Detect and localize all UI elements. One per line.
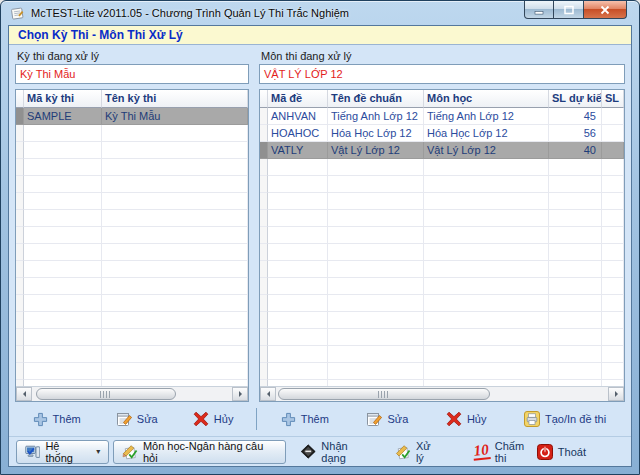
table-cell[interactable] [602,125,624,142]
column-header[interactable]: Tên đề chuẩn [328,90,424,108]
table-empty-row [16,176,248,193]
exam-value-field[interactable]: Kỳ Thi Mẫu [15,64,249,84]
create-print-exam-button[interactable]: Tạo/In đề thi [524,411,606,427]
recognize-button[interactable]: Nhận dạng [300,440,374,464]
subject-value-field[interactable]: VẬT LÝ LỚP 12 [259,64,625,84]
row-selector [16,227,24,244]
table-cell[interactable]: 56 [549,125,602,142]
system-menu-button[interactable]: Hệ thống ▾ [16,440,109,464]
table-cell [549,210,602,227]
table-cell[interactable]: 40 [549,142,602,159]
maximize-button[interactable] [554,1,583,19]
column-header[interactable]: SL [602,90,624,108]
table-cell [268,227,328,244]
table-cell [602,363,624,380]
table-row[interactable]: ANHVANTiếng Anh Lớp 12Tiếng Anh Lớp 1245 [260,108,624,125]
table-row[interactable]: SAMPLEKỳ Thi Mẫu [16,108,248,125]
table-cell[interactable] [602,142,624,159]
table-cell [102,346,248,363]
row-selector[interactable] [16,108,24,125]
table-cell [268,210,328,227]
app-icon [10,6,25,21]
table-cell [268,312,328,329]
table-cell [424,227,549,244]
table-empty-row [16,346,248,363]
delete-x-icon [446,411,462,427]
table-cell[interactable]: Vật Lý Lớp 12 [328,142,424,159]
row-selector[interactable] [260,108,268,125]
table-empty-row [260,159,624,176]
row-selector [260,295,268,312]
table-cell[interactable]: 45 [549,108,602,125]
table-cell[interactable]: Kỳ Thi Mẫu [102,108,248,125]
column-header[interactable]: Môn học [424,90,549,108]
table-cell[interactable] [602,108,624,125]
table-cell [24,210,102,227]
table-cell[interactable]: Tiếng Anh Lớp 12 [328,108,424,125]
subject-table-hscrollbar[interactable] [260,386,624,401]
table-row[interactable]: VATLYVật Lý Lớp 12Vật Lý Lớp 1240 [260,142,624,159]
table-cell[interactable]: VATLY [268,142,328,159]
table-row[interactable]: HOAHOCHóa Học Lớp 12Hóa Học Lớp 1256 [260,125,624,142]
table-cell[interactable]: ANHVAN [268,108,328,125]
table-cell [328,210,424,227]
table-cell [328,329,424,346]
row-selector [16,312,24,329]
scroll-left-button[interactable] [260,387,276,401]
subjects-question-bank-button[interactable]: Môn học-Ngân hàng câu hỏi [113,440,286,464]
exam-delete-button[interactable]: Hủy [193,411,234,427]
subject-delete-button[interactable]: Hủy [446,411,487,427]
edit-icon [366,411,382,427]
table-cell [424,363,549,380]
row-selector[interactable] [260,125,268,142]
exam-table-body: SAMPLEKỳ Thi Mẫu [16,108,248,386]
grade-exam-button[interactable]: 10 Chấm thi [473,440,537,464]
column-header[interactable]: Mã kỳ thi [24,90,102,108]
table-cell[interactable]: HOAHOC [268,125,328,142]
scroll-thumb[interactable] [278,388,490,400]
table-cell [602,193,624,210]
table-empty-row [260,210,624,227]
table-cell [602,278,624,295]
table-cell [549,329,602,346]
table-cell [102,312,248,329]
table-cell [549,295,602,312]
column-header[interactable]: Mã đề [268,90,328,108]
exam-edit-button[interactable]: Sửa [116,411,158,427]
process-button[interactable]: Xử lý [395,440,440,464]
scroll-left-button[interactable] [16,387,32,401]
column-header[interactable]: Tên kỳ thi [102,90,248,108]
table-cell[interactable]: Vật Lý Lớp 12 [424,142,549,159]
table-cell [102,125,248,142]
row-selector[interactable] [260,142,268,159]
title-bar[interactable]: McTEST-Lite v2011.05 - Chương Trình Quản… [1,1,639,25]
table-cell [424,346,549,363]
scroll-track[interactable] [276,387,608,401]
table-cell [102,261,248,278]
table-cell[interactable]: SAMPLE [24,108,102,125]
table-cell [424,210,549,227]
column-header[interactable]: SL dự kiến [549,90,602,108]
minimize-button[interactable] [524,1,554,19]
subject-edit-button[interactable]: Sửa [366,411,408,427]
exit-button[interactable]: Thoát [537,444,586,460]
table-cell[interactable]: Hóa Học Lớp 12 [424,125,549,142]
subject-add-button[interactable]: Thêm [281,412,329,427]
scroll-right-button[interactable] [232,387,248,401]
row-selector [260,346,268,363]
table-cell [268,159,328,176]
exam-table-hscrollbar[interactable] [16,386,248,401]
table-cell [602,312,624,329]
table-cell[interactable]: Hóa Học Lớp 12 [328,125,424,142]
row-selector [260,312,268,329]
scroll-track[interactable] [32,387,232,401]
table-cell[interactable]: Tiếng Anh Lớp 12 [424,108,549,125]
table-cell [24,363,102,380]
table-cell [424,193,549,210]
scroll-right-button[interactable] [608,387,624,401]
table-cell [102,159,248,176]
table-empty-row [16,159,248,176]
exam-add-button[interactable]: Thêm [33,412,81,427]
close-button[interactable] [583,1,627,19]
scroll-thumb[interactable] [36,388,176,400]
